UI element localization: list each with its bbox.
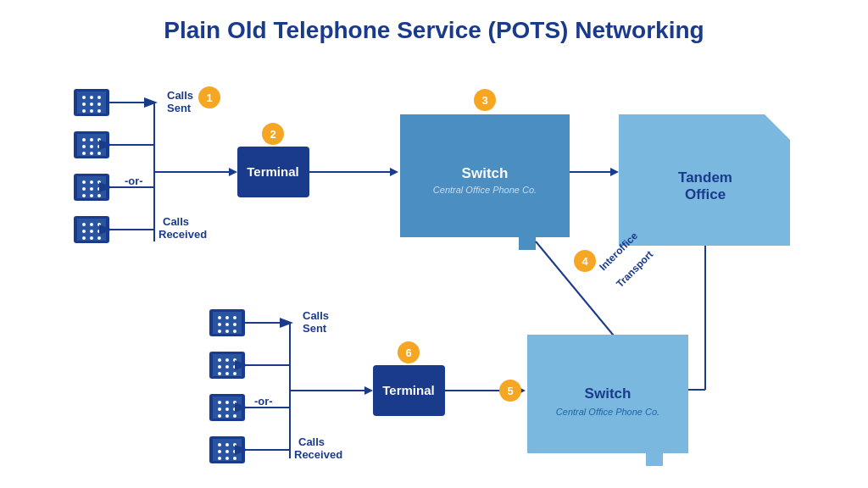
svg-point-5 <box>82 103 86 106</box>
svg-rect-23 <box>77 176 106 198</box>
svg-text:Central Office Phone Co.: Central Office Phone Co. <box>433 185 537 195</box>
svg-text:Received: Received <box>294 448 342 461</box>
svg-point-4 <box>97 96 101 99</box>
svg-rect-1 <box>77 92 106 114</box>
svg-point-100 <box>225 372 229 375</box>
svg-point-117 <box>233 443 236 446</box>
slide: Plain Old Telephone Service (POTS) Netwo… <box>0 0 868 488</box>
svg-text:Calls: Calls <box>298 435 325 448</box>
svg-rect-103 <box>213 396 242 419</box>
svg-text:5: 5 <box>507 385 513 397</box>
svg-point-110 <box>218 414 221 418</box>
svg-point-19 <box>82 152 86 155</box>
svg-point-84 <box>233 316 236 319</box>
svg-point-10 <box>97 109 101 113</box>
svg-point-123 <box>233 457 236 460</box>
svg-point-21 <box>97 152 101 155</box>
svg-point-29 <box>97 187 101 191</box>
svg-rect-102 <box>209 394 245 421</box>
svg-point-118 <box>218 450 221 453</box>
svg-text:Tandem: Tandem <box>678 169 732 186</box>
svg-point-111 <box>225 414 229 418</box>
svg-point-96 <box>218 365 221 369</box>
svg-point-82 <box>218 316 221 319</box>
svg-marker-64 <box>400 114 570 250</box>
svg-point-86 <box>225 323 229 326</box>
svg-point-39 <box>90 230 93 233</box>
svg-line-79 <box>536 241 637 364</box>
svg-point-40 <box>97 230 101 233</box>
svg-text:Terminal: Terminal <box>382 383 434 397</box>
svg-text:Central Office Phone Co.: Central Office Phone Co. <box>556 407 659 417</box>
svg-point-75 <box>574 250 596 272</box>
svg-point-14 <box>90 138 93 141</box>
svg-point-60 <box>262 123 284 145</box>
svg-point-2 <box>82 96 86 99</box>
svg-point-97 <box>225 365 229 369</box>
svg-point-6 <box>90 103 93 106</box>
svg-point-90 <box>233 330 236 333</box>
svg-marker-141 <box>517 386 526 395</box>
svg-point-107 <box>218 408 221 411</box>
svg-rect-58 <box>237 147 309 197</box>
svg-point-16 <box>82 145 86 148</box>
svg-point-9 <box>90 109 93 113</box>
svg-text:Transport: Transport <box>614 248 655 290</box>
svg-point-83 <box>225 316 229 319</box>
svg-text:Terminal: Terminal <box>247 164 298 179</box>
svg-point-7 <box>97 103 101 106</box>
svg-point-116 <box>225 443 229 446</box>
svg-text:Interoffice: Interoffice <box>597 230 640 273</box>
svg-point-112 <box>233 414 236 418</box>
svg-text:Switch: Switch <box>585 385 632 402</box>
svg-point-88 <box>218 330 221 333</box>
svg-marker-144 <box>527 335 688 466</box>
svg-point-27 <box>82 187 86 191</box>
svg-rect-80 <box>209 309 245 336</box>
svg-point-37 <box>97 223 101 226</box>
svg-point-101 <box>233 372 236 375</box>
svg-point-115 <box>218 443 221 446</box>
svg-rect-11 <box>74 131 109 158</box>
svg-rect-12 <box>77 134 106 156</box>
svg-point-15 <box>97 138 101 141</box>
svg-point-24 <box>82 180 86 184</box>
svg-text:-or-: -or- <box>254 395 273 408</box>
svg-text:3: 3 <box>481 94 487 107</box>
svg-point-43 <box>97 236 101 240</box>
svg-text:2: 2 <box>270 128 275 141</box>
diagram: Calls Sent -or- Calls Received 1 Termina… <box>25 59 843 474</box>
svg-point-38 <box>82 230 86 233</box>
svg-point-98 <box>233 365 236 369</box>
svg-point-87 <box>233 323 236 326</box>
svg-point-13 <box>82 138 86 141</box>
svg-point-109 <box>233 408 236 411</box>
svg-point-42 <box>90 236 93 240</box>
svg-point-119 <box>225 450 229 453</box>
svg-marker-50 <box>229 168 237 176</box>
svg-point-20 <box>90 152 93 155</box>
svg-rect-113 <box>209 436 245 463</box>
svg-text:Sent: Sent <box>303 322 327 335</box>
svg-point-104 <box>218 401 221 404</box>
svg-point-106 <box>233 401 236 404</box>
svg-point-122 <box>225 457 229 460</box>
svg-point-18 <box>97 145 101 148</box>
svg-marker-63 <box>390 168 398 176</box>
svg-point-25 <box>90 180 93 184</box>
svg-rect-34 <box>77 219 106 241</box>
svg-text:Sent: Sent <box>167 102 192 114</box>
svg-point-8 <box>82 109 86 113</box>
svg-point-3 <box>90 96 93 99</box>
svg-point-95 <box>233 358 236 362</box>
page-title: Plain Old Telephone Service (POTS) Netwo… <box>25 17 843 44</box>
svg-rect-33 <box>74 216 109 243</box>
svg-text:6: 6 <box>405 347 411 359</box>
svg-text:-or-: -or- <box>125 175 143 187</box>
svg-point-108 <box>225 408 229 411</box>
svg-rect-136 <box>373 365 445 416</box>
svg-text:1: 1 <box>206 92 212 104</box>
svg-text:4: 4 <box>581 255 588 268</box>
svg-point-41 <box>82 236 86 240</box>
svg-point-36 <box>90 223 93 226</box>
